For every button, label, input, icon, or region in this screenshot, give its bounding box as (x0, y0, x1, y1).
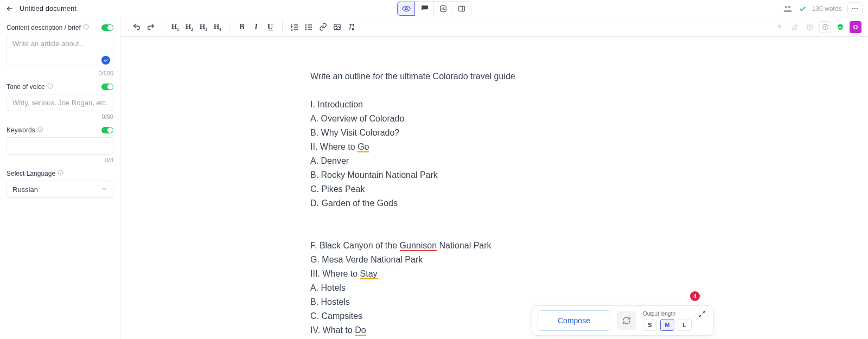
h2-button[interactable]: H2 (183, 21, 196, 34)
info-icon[interactable] (47, 83, 53, 91)
expand-icon[interactable] (698, 310, 708, 320)
chevron-down-icon (101, 186, 107, 194)
view-sidebar-button[interactable] (452, 2, 471, 16)
language-select[interactable]: Russian (7, 181, 113, 198)
length-m-button[interactable]: M (660, 319, 674, 331)
doc-line: Write an outline for the ultimate Colora… (310, 69, 868, 84)
word-count: 130 words (812, 5, 842, 12)
collaborators-icon[interactable] (783, 4, 793, 14)
ai-spark-icon[interactable] (774, 21, 786, 33)
saved-check-icon (798, 4, 807, 13)
edit-icon[interactable] (789, 21, 801, 33)
svg-point-6 (854, 8, 856, 9)
ordered-list-button[interactable] (288, 21, 301, 34)
user-avatar[interactable]: O (850, 21, 861, 33)
length-s-button[interactable]: S (643, 319, 657, 331)
h1-button[interactable]: H1 (169, 21, 182, 34)
redo-button[interactable] (144, 21, 157, 34)
italic-button[interactable]: I (250, 21, 263, 34)
brief-counter: 0/600 (7, 70, 113, 76)
keywords-toggle[interactable] (101, 127, 113, 133)
svg-point-14 (305, 29, 306, 29)
view-seo-button[interactable] (434, 2, 452, 16)
doc-line: F. Black Canyon of the Gunnison National… (310, 239, 868, 253)
doc-line: II. Where to Go (310, 140, 868, 154)
language-value: Russian (12, 186, 38, 194)
editor-area: H1 H2 H3 H4 B I U (120, 17, 868, 339)
keywords-input[interactable] (7, 137, 113, 155)
svg-point-12 (305, 24, 306, 25)
more-menu-button[interactable] (847, 2, 863, 15)
notification-badge[interactable]: 4 (690, 291, 700, 301)
length-l-button[interactable]: L (678, 319, 692, 331)
view-focus-button[interactable] (397, 2, 416, 16)
clear-format-button[interactable] (344, 21, 358, 34)
view-mode-switcher (397, 1, 471, 16)
brief-textarea[interactable] (7, 35, 113, 66)
view-chat-button[interactable] (416, 2, 434, 16)
undo-button[interactable] (130, 21, 143, 34)
doc-line: III. Where to Stay (310, 267, 868, 281)
svg-point-13 (305, 27, 306, 27)
doc-line: A. Hotels (310, 281, 868, 295)
info-icon[interactable] (58, 170, 63, 177)
editor-toolbar: H1 H2 H3 H4 B I U (120, 17, 868, 37)
app-header: Untitled document 130 words (0, 0, 868, 17)
document-title[interactable]: Untitled document (20, 4, 76, 12)
svg-point-7 (857, 8, 858, 9)
brief-label: Content description / brief (7, 24, 81, 31)
doc-line: A. Denver (310, 154, 868, 168)
compose-button[interactable]: Compose (538, 310, 610, 331)
svg-rect-2 (459, 6, 465, 11)
doc-line: B. Why Visit Colorado? (310, 126, 868, 140)
grammar-shield-icon[interactable] (834, 21, 846, 33)
h4-button[interactable]: H4 (211, 21, 224, 34)
svg-point-5 (852, 8, 853, 9)
doc-line: C. Pikes Peak (310, 182, 868, 196)
svg-point-16 (335, 25, 336, 27)
doc-line: D. Garden of the Gods (310, 196, 868, 210)
doc-line: B. Rocky Mountain National Park (310, 168, 868, 182)
info-icon[interactable] (83, 24, 89, 31)
doc-line: G. Mesa Verde National Park (310, 253, 868, 267)
document-body[interactable]: Write an outline for the ultimate Colora… (120, 37, 868, 339)
language-label: Select Language (7, 170, 55, 177)
brief-toggle[interactable] (101, 24, 113, 31)
tone-counter: 0/60 (7, 113, 113, 120)
info-icon[interactable] (37, 126, 43, 134)
settings-icon[interactable] (804, 21, 816, 33)
svg-point-17 (809, 26, 811, 28)
keywords-counter: 0/3 (7, 157, 113, 163)
regenerate-button[interactable] (617, 311, 636, 330)
keywords-label: Keywords (7, 126, 35, 134)
doc-line: I. Introduction (310, 98, 868, 112)
h3-button[interactable]: H3 (197, 21, 210, 34)
plagiarism-icon[interactable] (819, 21, 831, 33)
svg-point-4 (788, 5, 790, 8)
tone-label: Tone of voice (7, 83, 45, 91)
doc-line: A. Overview of Colorado (310, 112, 868, 126)
image-button[interactable] (330, 21, 343, 34)
back-icon[interactable] (5, 4, 14, 13)
output-length-label: Output length (643, 311, 675, 317)
unordered-list-button[interactable] (302, 21, 315, 34)
brief-check-icon (101, 56, 110, 65)
link-button[interactable] (316, 21, 329, 34)
underline-button[interactable]: U (264, 21, 277, 34)
svg-point-0 (405, 8, 407, 10)
tone-input[interactable] (7, 94, 113, 111)
tone-toggle[interactable] (101, 84, 113, 90)
settings-sidebar: Content description / brief 0/600 Tone o… (0, 17, 120, 339)
bold-button[interactable]: B (235, 21, 248, 34)
compose-panel: Compose Output length S M L (532, 305, 714, 336)
svg-point-3 (784, 5, 787, 8)
